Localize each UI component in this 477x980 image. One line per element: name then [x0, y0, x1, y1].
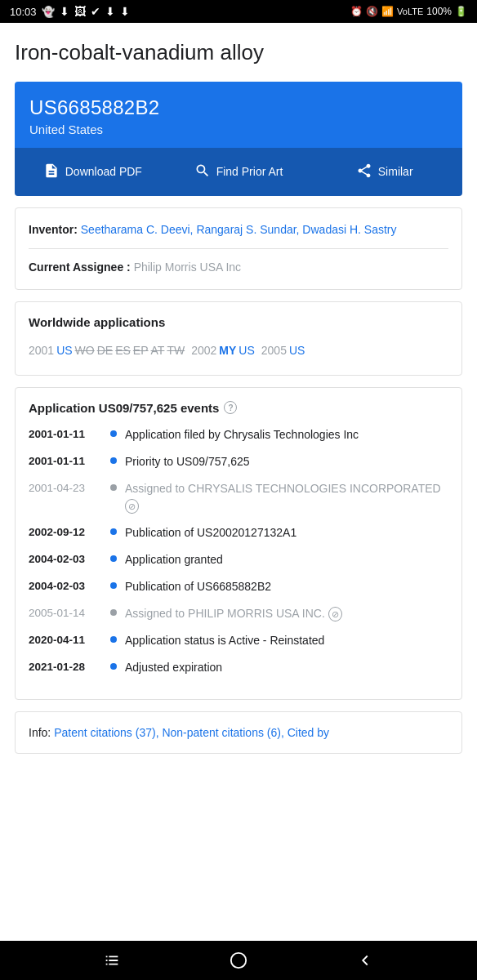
download-icon-3: ⬇ [120, 5, 130, 18]
events-section: Application US09/757,625 events ? 2001-0… [15, 387, 462, 700]
events-title: Application US09/757,625 events ? [29, 401, 448, 415]
inventor-row: Inventor: Seetharama C. Deevi, Rangaraj … [29, 221, 448, 238]
download-pdf-button[interactable]: Download PDF [21, 156, 164, 188]
event-row-2: 2001-01-11 Priority to US09/757,625 [29, 453, 448, 470]
country-wo-2001[interactable]: WO [75, 339, 95, 362]
event-row-5: 2004-02-03 Application granted [29, 551, 448, 568]
country-us-2005[interactable]: US [289, 339, 305, 362]
find-prior-art-button[interactable]: Find Prior Art [167, 156, 310, 188]
assignee-name: Philip Morris USA Inc [134, 261, 241, 274]
event-text-5: Application granted [125, 551, 448, 568]
event-date-2: 2001-01-11 [29, 453, 102, 470]
info-footer-links[interactable]: Patent citations (37), Non-patent citati… [54, 726, 329, 739]
event-date-4: 2002-09-12 [29, 524, 102, 541]
event-row-9: 2021-01-28 Adjusted expiration [29, 659, 448, 676]
svg-point-0 [231, 953, 246, 968]
event-date-7: 2005-01-14 [29, 605, 102, 621]
signal-icon: VoLTE [397, 7, 423, 16]
divider-1 [29, 248, 448, 249]
info-footer: Info: Patent citations (37), Non-patent … [15, 711, 462, 754]
country-de-2001[interactable]: DE [97, 339, 113, 362]
inventor-names[interactable]: Seetharama C. Deevi, Rangaraj S. Sundar,… [81, 223, 397, 236]
event-dot-7 [110, 609, 117, 616]
nav-home-button[interactable] [222, 944, 255, 977]
country-at-2001[interactable]: AT [151, 339, 165, 362]
country-us-2001[interactable]: US [56, 339, 72, 362]
status-time: 10:03 [10, 6, 37, 18]
event-date-8: 2020-04-11 [29, 632, 102, 648]
mute-icon: 🔇 [366, 6, 378, 17]
event-row-1: 2001-01-11 Application filed by Chrysali… [29, 426, 448, 443]
download-icon-1: ⬇ [60, 5, 69, 18]
action-bar: Download PDF Find Prior Art [15, 148, 462, 196]
status-bar-left: 10:03 👻 ⬇ 🖼 ✔ ⬇ ⬇ [10, 5, 130, 18]
worldwide-section: Worldwide applications 2001 US WO DE ES … [15, 301, 462, 376]
year-group-2005: 2005 US [261, 339, 305, 362]
patent-header-blue: US6685882B2 United States [15, 82, 462, 148]
event-text-8: Application status is Active - Reinstate… [125, 632, 448, 649]
event-dot-4 [110, 528, 117, 535]
battery-icon: 🔋 [455, 6, 467, 17]
events-title-text: Application US09/757,625 events [29, 401, 219, 415]
patent-number[interactable]: US6685882B2 [29, 96, 448, 119]
country-ep-2001[interactable]: EP [133, 339, 149, 362]
event-date-9: 2021-01-28 [29, 659, 102, 675]
inventor-section: Inventor: Seetharama C. Deevi, Rangaraj … [15, 207, 462, 290]
event-text-3: Assigned to CHRYSALIS TECHNOLOGIES INCOR… [125, 480, 448, 514]
country-es-2001[interactable]: ES [115, 339, 131, 362]
similar-label: Similar [378, 165, 413, 178]
nav-recents-button[interactable] [96, 944, 128, 977]
alarm-icon: ⏰ [350, 6, 363, 17]
event-row-8: 2020-04-11 Application status is Active … [29, 632, 448, 649]
event-row-4: 2002-09-12 Publication of US20020127132A… [29, 524, 448, 541]
worldwide-title: Worldwide applications [29, 315, 448, 329]
event-text-7: Assigned to PHILIP MORRIS USA INC. ⊘ [125, 605, 448, 622]
events-help-icon[interactable]: ? [224, 401, 237, 414]
event-dot-5 [110, 555, 117, 562]
emoji-icon: 👻 [42, 6, 55, 18]
country-my-2002[interactable]: MY [219, 339, 236, 362]
event-row-7: 2005-01-14 Assigned to PHILIP MORRIS USA… [29, 605, 448, 622]
event-text-9: Adjusted expiration [125, 659, 448, 676]
similar-button[interactable]: Similar [313, 156, 456, 188]
assignee-row: Current Assignee : Philip Morris USA Inc [29, 259, 448, 276]
page-content: Iron-cobalt-vanadium alloy US6685882B2 U… [0, 23, 477, 754]
country-tw-2001[interactable]: TW [167, 339, 185, 362]
nav-bar [0, 941, 477, 980]
event-date-3: 2001-04-23 [29, 480, 102, 497]
event-date-1: 2001-01-11 [29, 426, 102, 443]
event-text-2: Priority to US09/757,625 [125, 453, 448, 470]
event-text-6: Publication of US6685882B2 [125, 578, 448, 595]
event-row-6: 2004-02-03 Publication of US6685882B2 [29, 578, 448, 595]
patent-country: United States [29, 122, 448, 136]
year-label-2002: 2002 [191, 339, 216, 362]
event-dot-6 [110, 582, 117, 589]
event-dot-3 [110, 484, 117, 491]
status-bar: 10:03 👻 ⬇ 🖼 ✔ ⬇ ⬇ ⏰ 🔇 📶 VoLTE 100% 🔋 [0, 0, 477, 23]
event-date-6: 2004-02-03 [29, 578, 102, 595]
battery-percent: 100% [426, 6, 452, 17]
check-icon: ✔ [91, 5, 100, 18]
page-title: Iron-cobalt-vanadium alloy [15, 39, 462, 67]
event-row-3: 2001-04-23 Assigned to CHRYSALIS TECHNOL… [29, 480, 448, 514]
event-date-5: 2004-02-03 [29, 551, 102, 568]
find-prior-art-label: Find Prior Art [216, 165, 283, 178]
year-group-2001: 2001 US WO DE ES EP AT TW [29, 339, 185, 362]
scroll-container[interactable]: Iron-cobalt-vanadium alloy US6685882B2 U… [0, 23, 477, 941]
wifi-icon: 📶 [381, 6, 394, 17]
event-text-1: Application filed by Chrysalis Technolog… [125, 426, 448, 443]
year-group-2002: 2002 MY US [191, 339, 255, 362]
nav-back-button[interactable] [349, 944, 381, 977]
info-label: Info: [29, 726, 51, 739]
find-prior-art-icon [194, 163, 211, 181]
country-us-2002[interactable]: US [238, 339, 254, 362]
event-text-4: Publication of US20020127132A1 [125, 524, 448, 541]
event-dot-1 [110, 430, 117, 437]
download-icon-2: ⬇ [105, 5, 115, 18]
year-label-2001: 2001 [29, 339, 54, 362]
download-pdf-icon [43, 163, 60, 181]
assignee-label: Current Assignee : [29, 261, 131, 274]
info-footer-label: Info: Patent citations (37), Non-patent … [29, 726, 329, 739]
worldwide-years: 2001 US WO DE ES EP AT TW 2002 MY US [29, 339, 448, 362]
event-dot-9 [110, 663, 117, 670]
